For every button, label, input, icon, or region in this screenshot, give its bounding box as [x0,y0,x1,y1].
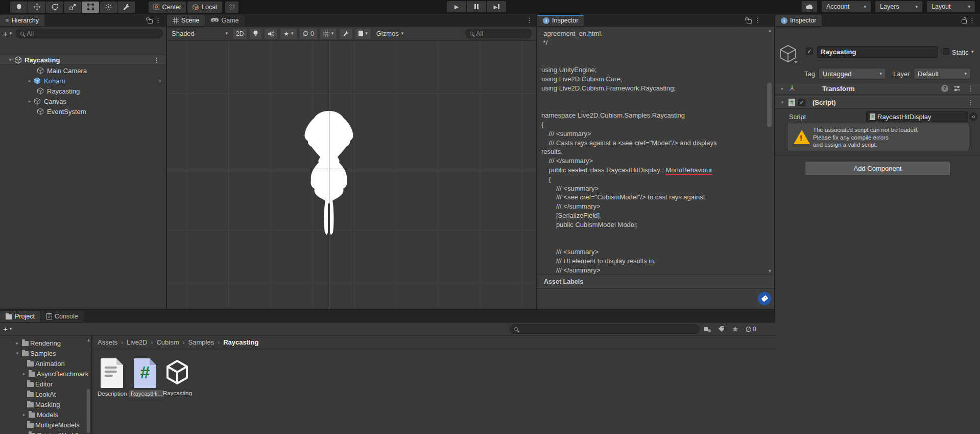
scene-search-input[interactable] [476,30,527,37]
shading-mode-dropdown[interactable]: Shaded▾ [170,30,230,37]
tab-inspector-preview[interactable]: i Inspector [537,15,584,26]
chevron-down-icon[interactable]: ▾ [14,351,20,356]
help-icon[interactable]: ? [941,85,948,92]
object-picker-button[interactable] [969,112,977,121]
create-add-button[interactable]: + [3,29,8,38]
tab-game[interactable]: Game [205,15,244,26]
script-component-menu-button[interactable]: ⋮ [967,99,974,106]
hierarchy-item-koharu[interactable]: ▸ Koharu › [0,76,166,86]
favorites-star-icon[interactable]: ★ [732,325,738,334]
scene-audio-button[interactable] [265,29,277,39]
hierarchy-lock-button[interactable] [148,17,153,25]
add-component-button[interactable]: Add Component [805,161,950,176]
scrollbar-thumb[interactable] [767,83,772,127]
2d-toggle-button[interactable]: 2D [233,29,247,39]
pivot-center-button[interactable]: Center [149,2,186,13]
hierarchy-item-raycasting[interactable]: Raycasting [0,86,166,96]
tab-project[interactable]: Project [0,311,40,322]
tree-item-animation[interactable]: Animation [0,358,86,369]
breadcrumb-live2d[interactable]: Live2D [127,338,147,346]
chevron-down-icon[interactable]: ▾ [10,327,12,331]
scene-grid-dropdown[interactable]: ▾ [320,29,337,39]
chevron-right-icon[interactable]: ▸ [21,371,27,376]
project-search-input[interactable] [520,326,695,333]
gizmos-dropdown[interactable]: Gizmos ▾ [374,30,407,37]
scrollbar-thumb[interactable] [87,389,90,433]
tag-dropdown[interactable]: Untagged▾ [819,68,886,79]
scene-viewport[interactable] [167,41,536,309]
grid-snap-button[interactable] [225,2,238,13]
hierarchy-scene-row[interactable]: ▾ Raycasting ⋮ [0,55,166,65]
hierarchy-menu-button[interactable]: ⋮ [155,16,161,24]
gameobject-name-field[interactable]: Raycasting [817,46,938,58]
cloud-services-button[interactable] [802,1,817,12]
tree-item-multiplemodels[interactable]: MultipleModels [0,420,86,430]
tab-hierarchy[interactable]: ≡ Hierarchy [0,15,44,26]
chevron-down-icon[interactable]: ▾ [10,31,12,36]
transform-tool-button[interactable] [100,2,117,13]
hidden-packages-toggle[interactable]: ∅ 0 [745,325,756,333]
hierarchy-search[interactable] [16,29,163,38]
breadcrumb-cubism[interactable]: Cubism [156,338,179,346]
tab-scene[interactable]: Scene [167,15,205,26]
code-inspector-menu-button[interactable]: ⋮ [754,16,761,24]
tree-item-originalworkflow[interactable]: ▸ OriginalWorkflow [0,430,86,434]
chevron-right-icon[interactable]: ▸ [21,412,27,417]
inspector-lock-button[interactable] [962,17,967,25]
hand-tool-button[interactable] [10,2,28,13]
script-component-header[interactable]: ▾ # ✓ (Script) ⋮ [775,96,980,109]
static-checkbox[interactable] [943,48,949,55]
tree-scrollbar[interactable]: ▲ [86,336,91,434]
code-scrollbar[interactable]: ▲ ▼ [766,28,773,275]
create-asset-button[interactable]: + [3,325,8,333]
gameobject-icon[interactable] [779,44,798,64]
scale-tool-button[interactable] [64,2,81,13]
scene-options-button[interactable]: ⋮ [153,56,160,64]
presets-icon[interactable] [953,85,961,92]
asset-label-button[interactable] [758,292,771,305]
static-dropdown-icon[interactable]: ▾ [971,50,974,54]
layers-dropdown[interactable]: Layers▾ [875,1,922,12]
tree-item-masking[interactable]: Masking [0,399,86,409]
scroll-up-icon[interactable]: ▲ [86,338,91,342]
file-raycasthitdisplay-script[interactable]: # RaycastHi... [129,358,161,397]
chevron-right-icon[interactable]: ▸ [14,340,20,346]
tree-item-rendering[interactable]: ▸ Rendering [0,338,86,348]
scene-tools-button[interactable] [340,29,352,39]
scroll-down-icon[interactable]: ▼ [768,269,772,273]
transform-component-header[interactable]: ▸ Transform ? ⋮ [775,82,980,95]
active-checkbox[interactable]: ✓ [806,48,813,55]
scene-visibility-button[interactable]: ∅ 0 [300,29,317,39]
code-inspector-lock-button[interactable] [747,17,752,25]
breadcrumb-samples[interactable]: Samples [188,338,214,346]
scene-camera-dropdown[interactable]: ▾ [355,29,371,39]
tree-item-asyncbenchmark[interactable]: ▸ AsyncBenchmark [0,369,86,379]
file-description[interactable]: Description [95,358,128,397]
file-raycasting-scene[interactable]: Raycasting [161,358,194,397]
chevron-right-icon[interactable]: ▸ [27,99,33,104]
script-object-field[interactable]: # RaycastHitDisplay [866,111,968,122]
layer-dropdown[interactable]: Default▾ [914,68,971,79]
chevron-right-icon[interactable]: ▸ [779,86,785,91]
tree-item-lookat[interactable]: LookAt [0,389,86,399]
layout-dropdown[interactable]: Layout▾ [927,1,975,12]
play-button[interactable]: ▶ [447,1,466,12]
prefab-open-arrow-icon[interactable]: › [159,77,161,84]
project-search[interactable] [510,324,700,334]
step-button[interactable]: ▶ [487,1,506,12]
orientation-local-button[interactable]: Local [187,2,222,13]
tree-item-models[interactable]: ▸ Models [0,409,86,420]
scene-lighting-button[interactable] [250,29,261,39]
component-enabled-checkbox[interactable]: ✓ [798,99,805,106]
search-by-type-icon[interactable] [704,326,711,333]
scene-effects-dropdown[interactable]: ★ ▾ [280,29,296,39]
scroll-up-icon[interactable]: ▲ [768,29,772,33]
tree-item-editor[interactable]: Editor [0,379,86,389]
breadcrumb-assets[interactable]: Assets [98,338,117,346]
asset-labels-header[interactable]: Asset Labels [537,275,774,289]
tab-console[interactable]: Console [41,311,84,322]
chevron-down-icon[interactable]: ▾ [7,57,13,62]
rotate-tool-button[interactable] [46,2,63,13]
hierarchy-item-eventsystem[interactable]: EventSystem [0,106,166,117]
scene-menu-button[interactable]: ⋮ [526,16,533,24]
